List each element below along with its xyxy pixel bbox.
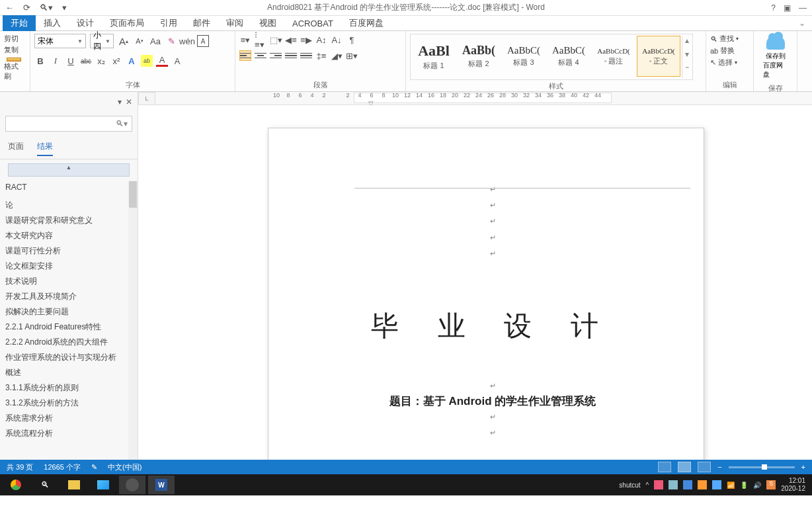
font-family-select[interactable]: 宋体▼ bbox=[34, 34, 86, 48]
enclose-button[interactable]: A bbox=[197, 35, 209, 47]
styles-gallery[interactable]: AaBl标题 1 AaBb(标题 2 AaBbC(标题 3 AaBbC(标题 4… bbox=[410, 34, 693, 80]
align-right-button[interactable] bbox=[270, 50, 282, 61]
shrink-font-button[interactable]: A▾ bbox=[134, 35, 145, 47]
nav-heading-item[interactable]: 系统流程分析 bbox=[0, 426, 128, 441]
nav-search-box[interactable]: 🔍︎▾ bbox=[5, 116, 132, 132]
subscript-button[interactable]: x₂ bbox=[95, 55, 107, 67]
font-size-select[interactable]: 小四▼ bbox=[90, 34, 114, 48]
char-shading-button[interactable]: A bbox=[171, 55, 183, 67]
text-direction-button[interactable]: A↕ bbox=[315, 34, 327, 46]
nav-heading-item[interactable]: 论文框架安排 bbox=[0, 259, 128, 274]
style-normal[interactable]: AaBbCcD(◦ 正文 bbox=[637, 36, 680, 77]
ribbon-collapse-icon[interactable]: ⌄ bbox=[799, 19, 805, 28]
nav-heading-item[interactable]: RACT bbox=[0, 181, 128, 194]
multilevel-button[interactable]: ⬚▾ bbox=[270, 34, 282, 46]
tab-references[interactable]: 引用 bbox=[152, 15, 185, 31]
tab-design[interactable]: 设计 bbox=[69, 15, 102, 31]
italic-button[interactable]: I bbox=[50, 55, 61, 67]
phonetic-button[interactable]: wén bbox=[181, 35, 193, 47]
tab-baidu[interactable]: 百度网盘 bbox=[341, 15, 391, 31]
nav-heading-item[interactable]: 概述 bbox=[0, 365, 128, 380]
find-button[interactable]: 🔍︎查找▾ bbox=[710, 34, 739, 44]
app-icon[interactable] bbox=[119, 476, 145, 494]
tab-acrobat[interactable]: ACROBAT bbox=[284, 17, 341, 30]
spellcheck-icon[interactable]: ✎ bbox=[91, 463, 97, 472]
nav-heading-item[interactable]: 系统需求分析 bbox=[0, 411, 128, 426]
tray-icon-4[interactable] bbox=[698, 480, 707, 489]
nav-heading-item[interactable]: 本文研究内容 bbox=[0, 228, 128, 243]
qat-more-icon[interactable]: ▾ bbox=[62, 3, 67, 13]
tray-icon-2[interactable] bbox=[669, 480, 678, 489]
style-heading1[interactable]: AaBl标题 1 bbox=[412, 36, 456, 77]
nav-scrollbar[interactable] bbox=[128, 181, 138, 460]
text-effects-button[interactable]: A bbox=[126, 55, 138, 67]
language-status[interactable]: 中文(中国) bbox=[108, 462, 142, 472]
save-to-baidu-button[interactable]: 保存到 百度网盘 bbox=[758, 34, 793, 82]
sort-button[interactable]: A↓ bbox=[331, 34, 343, 46]
print-layout-button[interactable] bbox=[678, 462, 691, 472]
zoom-in-button[interactable]: + bbox=[801, 463, 805, 471]
nav-heading-item[interactable]: 3.1.1系统分析的原则 bbox=[0, 380, 128, 396]
align-center-button[interactable] bbox=[255, 50, 266, 61]
superscript-button[interactable]: x² bbox=[110, 55, 122, 67]
page-count[interactable]: 共 39 页 bbox=[7, 462, 33, 472]
cut-button[interactable]: 剪切 bbox=[4, 34, 19, 44]
page[interactable]: ↵ ↵ ↵ ↵ ↵ 毕 业 设 计 ↵ 题目：基于 Android 的学生作业管… bbox=[268, 128, 704, 460]
nav-heading-item[interactable]: 3.1.2系统分析的方法 bbox=[0, 396, 128, 411]
chrome-icon[interactable] bbox=[3, 476, 29, 494]
word-taskbar-icon[interactable]: W bbox=[148, 476, 175, 494]
underline-button[interactable]: U bbox=[65, 55, 77, 67]
change-case-button[interactable]: Aa bbox=[149, 35, 161, 47]
word-count[interactable]: 12665 个字 bbox=[44, 462, 81, 472]
tab-mailings[interactable]: 邮件 bbox=[185, 15, 218, 31]
tray-icon-3[interactable] bbox=[683, 480, 692, 489]
battery-icon[interactable]: 🔋 bbox=[740, 482, 748, 489]
nav-collapse-bar[interactable]: ▲ bbox=[8, 163, 130, 177]
tab-insert[interactable]: 插入 bbox=[36, 15, 69, 31]
bullets-button[interactable]: ≡▾ bbox=[239, 34, 251, 46]
ime-icon[interactable]: S bbox=[766, 480, 776, 489]
photos-icon[interactable] bbox=[90, 476, 116, 494]
style-heading4[interactable]: AaBbC(标题 4 bbox=[547, 36, 590, 77]
shutcut-label[interactable]: shutcut bbox=[619, 482, 640, 489]
refresh-icon[interactable]: ⟳ bbox=[23, 3, 30, 13]
tab-view[interactable]: 视图 bbox=[251, 15, 284, 31]
highlight-button[interactable]: ab bbox=[141, 55, 153, 67]
style-caption[interactable]: AaBbCcD(◦ 题注 bbox=[592, 36, 635, 77]
explorer-icon[interactable] bbox=[61, 476, 87, 494]
increase-indent-button[interactable]: ≡▶ bbox=[300, 34, 312, 46]
show-marks-button[interactable]: ¶ bbox=[346, 34, 358, 46]
align-left-button[interactable] bbox=[239, 50, 251, 61]
nav-close-icon[interactable]: ✕ bbox=[126, 97, 132, 106]
nav-heading-item[interactable]: 课题研究背景和研究意义 bbox=[0, 213, 128, 228]
help-icon[interactable]: ? bbox=[771, 3, 776, 13]
taskbar-clock[interactable]: 12:01 2020-12 bbox=[781, 477, 805, 493]
decrease-indent-button[interactable]: ◀≡ bbox=[285, 34, 297, 46]
numbering-button[interactable]: ⁝≡▾ bbox=[255, 34, 266, 46]
shading-button[interactable]: ◢▾ bbox=[331, 50, 343, 62]
copy-button[interactable]: 复制 bbox=[4, 45, 19, 55]
nav-heading-item[interactable]: 技术说明 bbox=[0, 274, 128, 289]
styles-down-icon[interactable]: ▾ bbox=[682, 50, 691, 64]
search-icon[interactable]: 🔍︎▾ bbox=[116, 119, 128, 128]
nav-heading-item[interactable]: 开发工具及环境简介 bbox=[0, 289, 128, 304]
format-painter-button[interactable]: 格式刷 bbox=[4, 58, 24, 81]
align-distribute-button[interactable] bbox=[300, 50, 312, 61]
web-layout-button[interactable] bbox=[698, 462, 711, 472]
replace-button[interactable]: ab替换 bbox=[710, 46, 735, 56]
styles-up-icon[interactable]: ▴ bbox=[682, 36, 691, 50]
nav-heading-item[interactable]: 拟解决的主要问题 bbox=[0, 304, 128, 319]
zoom-out-button[interactable]: − bbox=[717, 463, 721, 471]
clear-format-button[interactable]: ✎ bbox=[165, 35, 177, 47]
borders-button[interactable]: ⊞▾ bbox=[346, 50, 358, 62]
wifi-icon[interactable]: 📶 bbox=[727, 482, 735, 489]
zoom-slider[interactable] bbox=[729, 466, 795, 468]
restore-icon[interactable]: ▣ bbox=[784, 3, 791, 13]
nav-tab-pages[interactable]: 页面 bbox=[8, 138, 24, 156]
nav-dropdown-icon[interactable]: ▾ bbox=[118, 97, 122, 106]
ruler-corner[interactable]: L bbox=[138, 92, 155, 105]
print-preview-icon[interactable]: 🔍︎▾ bbox=[40, 3, 53, 13]
tray-icon-5[interactable] bbox=[712, 480, 721, 489]
nav-headings-list[interactable]: RACT论课题研究背景和研究意义本文研究内容课题可行性分析论文框架安排技术说明 … bbox=[0, 181, 128, 460]
tab-home[interactable]: 开始 bbox=[3, 15, 36, 31]
